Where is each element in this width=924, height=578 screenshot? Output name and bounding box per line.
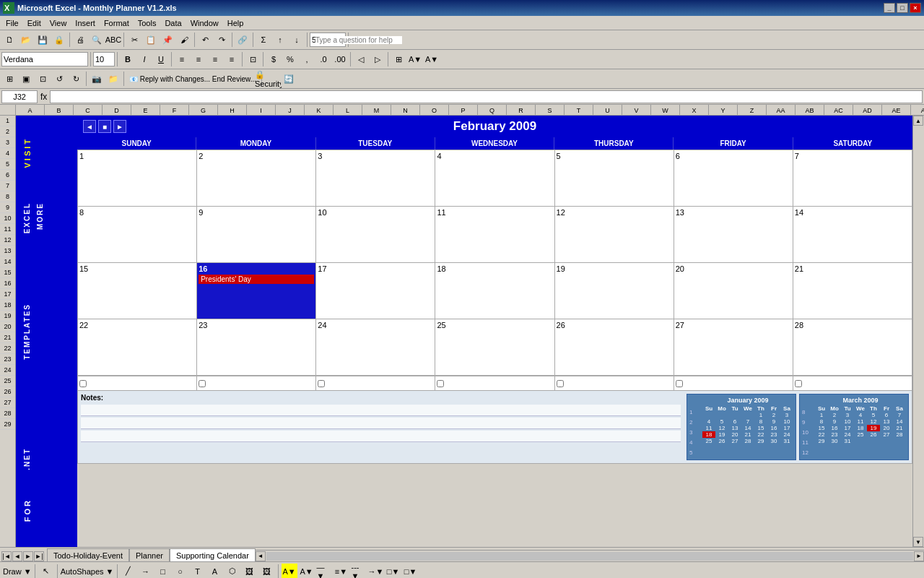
cal-cell-20[interactable]: 20 <box>674 263 793 319</box>
cal-cell-14[interactable]: 14 <box>793 207 912 263</box>
formula-input[interactable] <box>50 90 923 103</box>
menu-data[interactable]: Data <box>160 17 186 29</box>
notes-line-2[interactable] <box>81 418 681 429</box>
next-month-button[interactable]: ► <box>113 120 126 133</box>
font-color-button[interactable]: A▼ <box>424 51 440 67</box>
cal-cell-28[interactable]: 28 <box>793 319 912 376</box>
spreadsheet-grid[interactable]: VISIT EXCEL MORE TEMPLATES .NET FOR ◄ ■ … <box>16 116 924 547</box>
menu-insert[interactable]: Insert <box>71 17 100 29</box>
clip-art-tool[interactable]: 🖼 <box>242 564 258 579</box>
font-name-input[interactable] <box>1 52 88 66</box>
checkbox-1[interactable] <box>79 380 87 387</box>
menu-window[interactable]: Window <box>186 17 223 29</box>
cal-cell-9[interactable]: 9 <box>197 207 316 263</box>
cal-cell-18[interactable]: 18 <box>435 263 554 319</box>
ask-question-input[interactable] <box>315 36 402 44</box>
menu-file[interactable]: File <box>1 17 23 29</box>
scroll-left-button[interactable]: ◄ <box>256 551 266 561</box>
align-left-button[interactable]: ≡ <box>174 51 190 67</box>
refresh-btn[interactable]: 🔄 <box>281 71 297 87</box>
scroll-down-button[interactable]: ▼ <box>913 537 923 547</box>
cal-cell-22[interactable]: 22 <box>78 319 197 376</box>
align-center-button[interactable]: ≡ <box>191 51 206 67</box>
text-box-tool[interactable]: T <box>190 564 206 579</box>
first-tab-button[interactable]: |◄ <box>1 551 12 561</box>
checkbox-3[interactable] <box>318 380 325 387</box>
cal-cell-13[interactable]: 13 <box>674 207 793 263</box>
open-button[interactable]: 📂 <box>18 32 34 48</box>
window-controls[interactable]: _ □ × <box>884 3 921 13</box>
menu-edit[interactable]: Edit <box>23 17 45 29</box>
cal-cell-24[interactable]: 24 <box>316 319 435 376</box>
new-button[interactable]: 🗋 <box>1 32 17 48</box>
extra-btn1[interactable]: ⊞ <box>1 71 17 87</box>
cal-cell-3[interactable]: 3 <box>316 150 435 207</box>
copy-button[interactable]: 📋 <box>143 32 159 48</box>
picture-tool[interactable]: 🖼 <box>259 564 275 579</box>
ask-question[interactable] <box>351 32 367 48</box>
security-btn[interactable]: 🔒 Security... <box>264 71 280 87</box>
cell-reference-input[interactable] <box>1 90 38 103</box>
cal-cell-2[interactable]: 2 <box>197 150 316 207</box>
preview-button[interactable]: 🔍 <box>89 32 105 48</box>
italic-button[interactable]: I <box>136 51 152 67</box>
select-object-btn[interactable]: ↖ <box>38 564 54 579</box>
save-button[interactable]: 💾 <box>35 32 51 48</box>
paste-button[interactable]: 📌 <box>160 32 175 48</box>
restore-button[interactable]: □ <box>897 3 908 13</box>
extra-btn4[interactable]: ↺ <box>51 71 67 87</box>
tab-nav-controls[interactable]: |◄ ◄ ► ►| <box>1 551 44 561</box>
permission-button[interactable]: 🔒 <box>51 32 67 48</box>
presidents-day-event[interactable]: Presidents' Day <box>199 275 314 284</box>
autoshapes-label[interactable]: AutoShapes ▼ <box>61 567 114 576</box>
scroll-right-button[interactable]: ► <box>914 551 924 561</box>
bold-button[interactable]: B <box>120 51 136 67</box>
font-size-input[interactable] <box>93 52 115 66</box>
format-painter[interactable]: 🖌 <box>176 32 192 48</box>
line-color-btn[interactable]: —▼ <box>316 564 332 579</box>
hyperlink-button[interactable]: 🔗 <box>235 32 250 48</box>
cal-cell-16[interactable]: 16 Presidents' Day <box>197 263 316 319</box>
close-button[interactable]: × <box>910 3 921 13</box>
checkbox-5[interactable] <box>557 380 564 387</box>
sort-asc-button[interactable]: ↑ <box>272 32 288 48</box>
currency-button[interactable]: $ <box>266 51 282 67</box>
spellcheck-button[interactable]: ABC <box>105 32 121 48</box>
indent-dec-button[interactable]: ◁ <box>353 51 369 67</box>
cal-cell-11[interactable]: 11 <box>435 207 554 263</box>
cal-cell-25[interactable]: 25 <box>435 319 554 376</box>
font-color-btn2[interactable]: A▼ <box>299 564 315 579</box>
cal-cell-15[interactable]: 15 <box>78 263 197 319</box>
cal-cell-17[interactable]: 17 <box>316 263 435 319</box>
arrow-tool[interactable]: → <box>138 564 154 579</box>
borders-button[interactable]: ⊞ <box>391 51 406 67</box>
fill-color-button[interactable]: A▼ <box>407 51 423 67</box>
extra-btn2[interactable]: ▣ <box>18 71 34 87</box>
shadow-btn[interactable]: □▼ <box>385 564 401 579</box>
last-tab-button[interactable]: ►| <box>34 551 44 561</box>
menu-help[interactable]: Help <box>223 17 248 29</box>
menu-format[interactable]: Format <box>100 17 134 29</box>
decimal-inc-button[interactable]: .0 <box>315 51 331 67</box>
line-style-btn[interactable]: ≡▼ <box>334 564 349 579</box>
menu-view[interactable]: View <box>45 17 71 29</box>
draw-controls[interactable]: Draw ▼ ↖ AutoShapes ▼ ╱ → □ ○ T A ⬡ 🖼 🖼 … <box>3 564 419 579</box>
cal-cell-21[interactable]: 21 <box>793 263 912 319</box>
line-tool[interactable]: ╱ <box>121 564 136 579</box>
dash-style-btn[interactable]: ---▼ <box>351 564 367 579</box>
print-button[interactable]: 🖨 <box>72 32 88 48</box>
extra-btn7[interactable]: 📁 <box>105 71 121 87</box>
rect-tool[interactable]: □ <box>155 564 171 579</box>
calendar-nav-buttons[interactable]: ◄ ■ ► <box>83 120 126 133</box>
undo-button[interactable]: ↶ <box>197 32 213 48</box>
cal-cell-19[interactable]: 19 <box>555 263 674 319</box>
checkbox-6[interactable] <box>676 380 683 387</box>
diagram-tool[interactable]: ⬡ <box>225 564 240 579</box>
extra-btn3[interactable]: ⊡ <box>35 71 51 87</box>
indent-inc-button[interactable]: ▷ <box>370 51 385 67</box>
notes-line-3[interactable] <box>81 431 681 442</box>
cal-cell-27[interactable]: 27 <box>674 319 793 376</box>
align-justify-button[interactable]: ≡ <box>224 51 240 67</box>
minimize-button[interactable]: _ <box>884 3 895 13</box>
autosum-button[interactable]: Σ <box>256 32 271 48</box>
